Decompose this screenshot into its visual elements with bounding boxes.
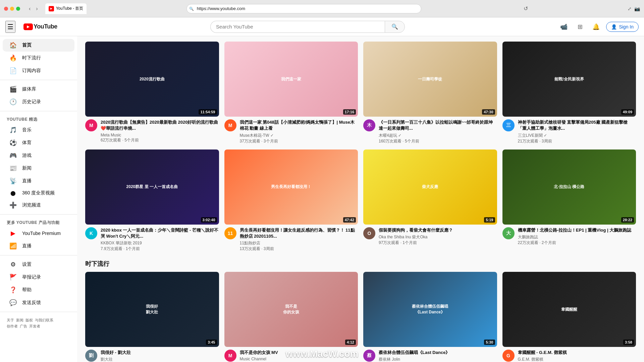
reload-button[interactable]: ↺ [524,5,528,12]
video-details: 我不是你的女孩 MV Music Channel 30万次观看 · 1周前 [240,350,358,362]
sidebar-item-library[interactable]: 🎬 媒体库 [3,83,74,96]
yt-header: ☰ YouTube 🔍 📹 ⊞ 🔔 👤 Sign In [0,17,644,36]
video-card[interactable]: 男生長再好看都沒用！ 47:42 11 男生長再好看都沒用！讓女生超反感的行為、… [224,149,358,252]
video-title: 我們這一家 第048話【小清減肥術/媽媽太鴨張了】| Muse木棉花 動畫 線上… [240,119,358,131]
video-camera-icon[interactable]: 📹 [558,21,570,33]
duration-badge: 3:45 [206,340,217,345]
search-form: 🔍 [210,21,405,33]
video-title: 機車露營！北橫公路-拉拉山！EP1 | 重機Vlog | 大鵬旅跑誌 [518,227,636,233]
sidebar-section-more: 更多 YOUTUBE 产品与功能 [0,217,77,227]
video-card[interactable]: 柴犬反應 5:19 O 假裝要摸狗狗，看柴犬會有什麼反應？ Oka the Sh… [363,149,497,252]
video-meta: 37万次观看 · 3个月前 [240,138,358,144]
avatar: O [363,227,375,239]
video-details: 我很好 - 劉大壯 劉大壯 50万次观看 · 2周前 [101,350,219,362]
video-meta: 13万次观看 · 3周前 [240,246,358,252]
sign-in-button[interactable]: 👤 Sign In [606,22,639,32]
video-card[interactable]: 北·拉拉山 橫公路 28:22 大 機車露營！北橫公路-拉拉山！EP1 | 重機… [502,149,636,252]
video-card[interactable]: 我不是 你的女孩 4:12 M 我不是你的女孩 MV Music Channel… [224,272,358,362]
duration-badge: 47:30 [482,109,495,115]
notifications-icon[interactable]: 🔔 [590,21,602,33]
sidebar-item-subscriptions[interactable]: 📄 订阅内容 [3,64,74,77]
sidebar-label-report: 举报记录 [22,274,41,280]
sidebar-item-settings[interactable]: ⚙ 设置 [3,258,74,271]
sidebar-item-browse[interactable]: ➕ 浏览频道 [3,199,74,212]
close-button[interactable] [4,7,8,11]
video-details: 神射手協助新式槍枝研發 直擊軍備局205廠 國產新狙擊槍「重人體工學」泡薑水..… [518,119,636,144]
hamburger-menu[interactable]: ☰ [5,21,15,33]
sidebar-item-trending[interactable]: 🔥 时下流行 [3,52,74,64]
avatar: G [502,350,515,362]
live-icon: 📡 [9,177,17,185]
camera-icon[interactable]: 📷 [634,6,640,11]
video-details: 我們這一家 第048話【小清減肥術/媽媽太鴨張了】| Muse木棉花 動畫 線上… [240,119,358,144]
video-card[interactable]: 2020群星 里 一人一首成名曲 3:02:40 K 2020 kbox 一人一… [85,149,219,252]
sidebar-item-history[interactable]: 🕐 历史记录 [3,96,74,108]
sidebar-item-gaming[interactable]: 🎮 游戏 [3,149,74,162]
video-card[interactable]: 我們這一家 17:16 M 我們這一家 第048話【小清減肥術/媽媽太鴨張了】|… [224,42,358,144]
video-card[interactable]: 我很好 劉大壯 3:45 劉 我很好 - 劉大壯 劉大壯 50万次观看 · 2周… [85,272,219,362]
apps-icon[interactable]: ⊞ [574,21,586,33]
window-controls-right: ⤢ 📷 [628,6,640,11]
sidebar-item-report[interactable]: 🚩 举报记录 [3,271,74,284]
sidebar-label-gaming: 游戏 [22,153,32,159]
sidebar-label-settings: 设置 [22,261,32,267]
sidebar-item-home[interactable]: 🏠 首页 [3,39,74,52]
video-title: 神射手協助新式槍枝研發 直擊軍備局205廠 國產新狙擊槍「重人體工學」泡薑水..… [518,119,636,131]
sidebar-item-live[interactable]: 📡 直播 [3,175,74,187]
forward-button[interactable]: › [34,5,40,12]
video-title: 蔡依林合體伍佰飆唱《Last Dance》 [379,350,497,356]
news-icon: 📰 [9,165,17,172]
channel-name: 11點熱炒店 [240,240,358,246]
video-card[interactable]: 蔡依林合體伍佰飆唱 《Last Dance》 5:30 蔡 蔡依林合體伍佰飆唱《… [363,272,497,362]
video-meta: 62万次观看 · 5个月前 [101,137,219,143]
sidebar-label-live: 直播 [22,178,32,184]
sidebar-footer: 关于 新闻 版权 与我们联系创作者 广告 开发者 [0,315,77,332]
search-input[interactable] [210,21,385,33]
fullscreen-icon[interactable]: ⤢ [628,6,632,11]
video-title: 2020流行歌曲【無廣告】2020最新歌曲 2020好听的流行歌曲❤️華語流行串… [101,119,219,131]
video-title: 韋國醒醒 - G.E.M. 鄧紫棋 [518,350,636,356]
browser-tab[interactable]: YouTube - 首页 [45,3,87,14]
video-card[interactable]: 能戰!全民新視界 49:09 三 神射手協助新式槍枝研發 直擊軍備局205廠 國… [502,42,636,144]
maximize-button[interactable] [16,7,20,11]
sidebar-item-music[interactable]: 🎵 音乐 [3,124,74,136]
channel-name: 蔡依林 Jolin [379,357,497,362]
thumbnail-placeholder: 蔡依林合體伍佰飆唱 《Last Dance》 [363,272,497,347]
channel-name: Meta Music [101,133,219,137]
sidebar-item-feedback[interactable]: 💬 发送反馈 [3,296,74,309]
sidebar-item-premium[interactable]: ▶ YouTube Premium [3,227,74,240]
thumbnail-placeholder: 能戰!全民新視界 [502,42,636,117]
yt-logo-icon [23,23,33,30]
sidebar-label-music: 音乐 [22,127,32,133]
video-thumbnail: 北·拉拉山 橫公路 28:22 [502,149,636,225]
duration-badge: 5:30 [484,340,495,345]
video-card[interactable]: 韋國醒醒 3:58 G 韋國醒醒 - G.E.M. 鄧紫棋 G.E.M. 鄧紫棋… [502,272,636,362]
sidebar-item-news[interactable]: 📰 新闻 [3,162,74,175]
sidebar-item-sports[interactable]: ⚽ 体育 [3,136,74,149]
video-card[interactable]: 2020流行歌曲 11:54:59 M 2020流行歌曲【無廣告】2020最新歌… [85,42,219,144]
yt-logo[interactable]: YouTube [23,23,57,30]
sidebar-label-live2: 直播 [22,243,32,249]
duration-badge: 3:58 [623,340,634,345]
avatar: 蔡 [363,350,375,362]
minimize-button[interactable] [10,7,14,11]
search-button[interactable]: 🔍 [385,21,405,33]
video-card[interactable]: 一日壽司學徒 47:30 木 《一日系列第一百三十八集》以拉蛆以鳴謝~~邰哥終於… [363,42,497,144]
video-details: 假裝要摸狗狗，看柴犬會有什麼反應？ Oka the Shiba Inu 柴犬Ok… [379,227,497,246]
channel-name: 三立LIVE新聞 ✓ [518,133,636,138]
video-thumbnail: 柴犬反應 5:19 [363,149,497,225]
sidebar-item-help[interactable]: ❓ 帮助 [3,284,74,296]
video-details: 2020 kbox 一人一首成名曲：少年＼音闊詩籃 - 芒種＼說好不哭 Won'… [101,227,219,252]
body-layout: 🏠 首页 🔥 时下流行 📄 订阅内容 🎬 媒体库 🕐 历史记录 YOUTUBE … [0,36,644,362]
video-thumbnail: 韋國醒醒 3:58 [502,272,636,347]
sidebar-label-360: 360 度全景视频 [22,190,55,196]
address-bar[interactable] [186,4,421,13]
thumbnail-placeholder: 2020流行歌曲 [85,42,219,117]
sidebar-item-live2[interactable]: 📶 直播 [3,240,74,252]
back-button[interactable]: ‹ [27,5,33,12]
video-info: G 韋國醒醒 - G.E.M. 鄧紫棋 G.E.M. 鄧紫棋 120万次观看 ·… [502,350,636,362]
video-info: 三 神射手協助新式槍枝研發 直擊軍備局205廠 國產新狙擊槍「重人體工學」泡薑水… [502,119,636,144]
sidebar-label-subscriptions: 订阅内容 [22,68,41,74]
duration-badge: 17:16 [343,109,356,115]
sidebar-item-360[interactable]: ⬤ 360 度全景视频 [3,187,74,199]
